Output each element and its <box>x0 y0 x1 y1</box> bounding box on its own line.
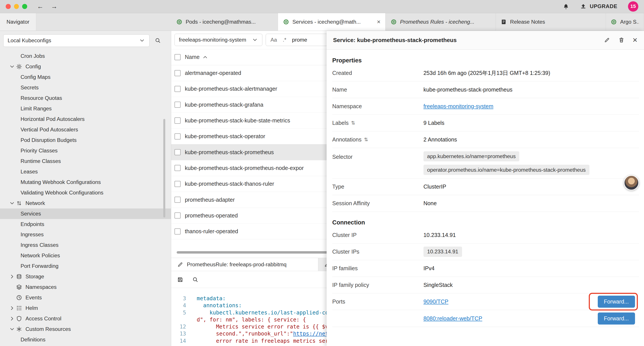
property-row-type: Type ClusterIP <box>332 178 639 195</box>
notification-count-badge[interactable]: 15 <box>628 1 638 11</box>
notifications-bell-icon[interactable] <box>563 3 569 10</box>
sidebar-item-label: Pod Disruption Budgets <box>20 137 77 143</box>
minimize-window-button[interactable] <box>14 4 19 9</box>
sidebar-item-definitions[interactable]: Definitions <box>0 335 171 345</box>
row-value: SingleStack <box>424 282 639 288</box>
upgrade-button[interactable]: UPGRADE <box>580 3 618 10</box>
select-all-checkbox[interactable] <box>174 54 180 60</box>
titlebar-actions: UPGRADE 15 <box>563 1 638 11</box>
sidebar-item-namespaces[interactable]: Namespaces <box>0 282 171 292</box>
sidebar-item-config-maps[interactable]: Config Maps <box>0 72 171 82</box>
sidebar-item-priority-classes[interactable]: Priority Classes <box>0 145 171 156</box>
sidebar-item-vertical-pod-autoscalers[interactable]: Vertical Pod Autoscalers <box>0 124 171 135</box>
sidebar-item-validating-webhook-configurations[interactable]: Validating Webhook Configurations <box>0 187 171 198</box>
sidebar-item-custom-resources[interactable]: Custom Resources <box>0 324 171 335</box>
service-name: thanos-ruler-operated <box>185 228 238 235</box>
line-number: 4 <box>171 302 192 309</box>
save-icon[interactable] <box>177 277 183 283</box>
sidebar-item-access-control[interactable]: Access Control <box>0 313 171 324</box>
namespace-select[interactable]: freeleaps-monitoring-system <box>174 34 262 46</box>
sidebar-item-events[interactable]: Events <box>0 292 171 303</box>
tab-release-notes[interactable]: Release Notes <box>496 13 606 31</box>
port-link-8080[interactable]: 8080:reloader-web/TCP <box>424 315 482 322</box>
kubeconfig-select[interactable]: Local Kubeconfigs <box>3 34 150 47</box>
sidebar-item-network-policies[interactable]: Network Policies <box>0 250 171 261</box>
sort-ascending-icon[interactable] <box>202 54 208 60</box>
service-name: kube-prometheus-stack-prometheus-node-ex… <box>185 165 304 171</box>
sidebar-item-pod-disruption-budgets[interactable]: Pod Disruption Budgets <box>0 135 171 145</box>
navigator-label: Navigator <box>6 19 29 25</box>
close-drawer-icon[interactable]: × <box>632 36 638 44</box>
zoom-window-button[interactable] <box>22 4 27 9</box>
sidebar-item-storage[interactable]: Storage <box>0 271 171 282</box>
chevron-down-icon <box>139 37 145 43</box>
sort-toggle-icon[interactable]: ⇅ <box>364 137 368 143</box>
row-checkbox[interactable] <box>174 117 180 123</box>
tab-argo[interactable]: Argo S... <box>606 13 644 31</box>
tab-prometheus-rules[interactable]: Prometheus Rules - icecheng... <box>386 13 496 31</box>
tab-pods[interactable]: Pods - icecheng@mathmas... <box>171 13 278 31</box>
forward-button[interactable]: → <box>51 3 58 10</box>
kubernetes-cluster-icon <box>176 19 182 25</box>
sidebar-item-label: Services <box>20 211 41 217</box>
sidebar-item-mutating-webhook-configurations[interactable]: Mutating Webhook Configurations <box>0 177 171 187</box>
row-checkbox[interactable] <box>174 228 180 235</box>
regex-toggle[interactable]: .* <box>283 37 286 43</box>
close-window-button[interactable] <box>6 4 10 9</box>
kubernetes-cluster-icon <box>283 19 289 25</box>
row-checkbox[interactable] <box>174 212 180 219</box>
port-forward-button[interactable]: Forward... <box>598 296 635 308</box>
sidebar-item-resource-quotas[interactable]: Resource Quotas <box>0 93 171 103</box>
sidebar-item-secrets[interactable]: Secrets <box>0 82 171 93</box>
name-column-header[interactable]: Name <box>185 54 200 60</box>
namespace-link[interactable]: freeleaps-monitoring-system <box>424 103 494 109</box>
upgrade-icon <box>580 3 586 10</box>
sidebar-item-ingress-classes[interactable]: Ingress Classes <box>0 240 171 250</box>
edit-icon[interactable] <box>604 37 610 43</box>
sort-toggle-icon[interactable]: ⇅ <box>351 120 355 126</box>
port-forward-button[interactable]: Forward... <box>598 313 635 325</box>
port-link-9090[interactable]: 9090/TCP <box>424 299 448 305</box>
row-checkbox[interactable] <box>174 197 180 203</box>
row-checkbox[interactable] <box>174 165 180 171</box>
sidebar-item-horizontal-pod-autoscalers[interactable]: Horizontal Pod Autoscalers <box>0 114 171 124</box>
row-label: IP family policy <box>332 282 369 288</box>
row-checkbox[interactable] <box>174 181 180 187</box>
row-value: 2 Annotations <box>424 136 639 143</box>
sidebar-item-leases[interactable]: Leases <box>0 166 171 177</box>
sidebar-item-services[interactable]: Services <box>0 209 171 219</box>
editor-search-icon[interactable] <box>192 277 198 283</box>
row-checkbox[interactable] <box>174 70 180 76</box>
row-checkbox[interactable] <box>174 133 180 139</box>
sidebar-item-cron-jobs[interactable]: Cron Jobs <box>0 51 171 61</box>
kubeconfig-select-value: Local Kubeconfigs <box>8 37 51 43</box>
sidebar-item-limit-ranges[interactable]: Limit Ranges <box>0 103 171 114</box>
delete-icon[interactable] <box>618 37 624 43</box>
sidebar-item-port-forwarding[interactable]: Port Forwarding <box>0 261 171 271</box>
row-checkbox[interactable] <box>174 102 180 108</box>
sidebar-item-runtime-classes[interactable]: Runtime Classes <box>0 156 171 166</box>
close-tab-icon[interactable]: × <box>377 19 380 25</box>
sidebar-item-label: Vertical Pod Autoscalers <box>20 127 78 133</box>
window-titlebar: ← → UPGRADE 15 <box>0 0 644 13</box>
sidebar-item-endpoints[interactable]: Endpoints <box>0 219 171 230</box>
sidebar-item-helm[interactable]: Helm <box>0 303 171 313</box>
tab-services[interactable]: Services - icecheng@math... × <box>278 13 386 31</box>
sidebar-item-label: Definitions <box>20 337 46 343</box>
sidebar-scrollbar[interactable] <box>163 119 165 217</box>
sidebar-item-label: Runtime Classes <box>20 158 61 164</box>
chevron-right-icon <box>9 316 15 322</box>
sidebar-search-icon[interactable] <box>155 37 161 43</box>
row-checkbox[interactable] <box>174 86 180 92</box>
sidebar-item-config[interactable]: Config <box>0 61 171 72</box>
sidebar-item-network[interactable]: Network <box>0 198 171 209</box>
connection-row-ip-families: IP families IPv4 <box>332 260 639 277</box>
properties-heading: Properties <box>332 57 639 64</box>
match-case-toggle[interactable]: Aa <box>270 37 277 43</box>
sidebar-item-ingresses[interactable]: Ingresses <box>0 230 171 240</box>
navigator-panel-tab[interactable]: Navigator <box>0 13 36 31</box>
back-button[interactable]: ← <box>37 3 44 10</box>
dock-tab-prometheusrule[interactable]: PrometheusRule: freeleaps-prod-rabbitmq <box>171 258 318 271</box>
drawer-header: Service: kube-prometheus-stack-prometheu… <box>326 31 644 50</box>
row-checkbox[interactable] <box>174 149 180 155</box>
